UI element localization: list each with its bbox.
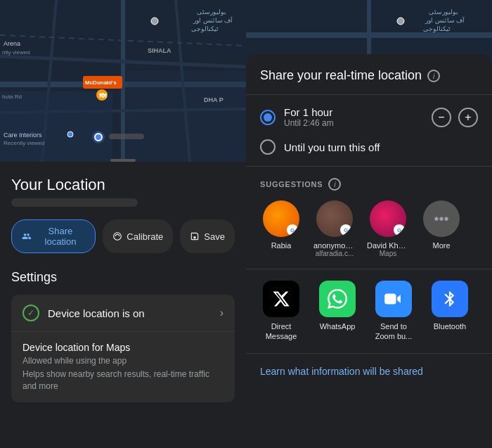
svg-point-23: [67, 132, 73, 137]
settings-title: Settings: [11, 270, 235, 285]
svg-rect-8: [0, 91, 112, 162]
app-name-direct-message: DirectMessage: [266, 321, 297, 342]
duration-label-manual: Until you turn this off: [284, 141, 478, 153]
svg-text:آف سائنس اور: آف سائنس اور: [193, 16, 233, 25]
radio-inner-1hour: [264, 113, 272, 122]
svg-point-35: [397, 18, 404, 25]
info-icon[interactable]: i: [427, 70, 440, 82]
app-bluetooth[interactable]: Bluetooth: [429, 281, 471, 342]
share-button-label: Share location: [36, 226, 86, 247]
save-button[interactable]: Save: [180, 219, 235, 253]
svg-text:ٹیکنالوجی: ٹیکنالوجی: [423, 25, 451, 33]
avatar-rabia: G: [263, 200, 299, 237]
learn-more-link[interactable]: Learn what information will be shared: [260, 366, 423, 377]
suggestion-more[interactable]: ••• More: [420, 200, 462, 257]
suggestion-name-rabia: Rabia: [271, 241, 292, 250]
apps-grid: DirectMessage WhatsApp: [260, 281, 478, 342]
calibrate-button-label: Calibrate: [127, 231, 163, 242]
chevron-right-icon: ›: [220, 307, 224, 319]
share-location-button[interactable]: Share location: [11, 219, 96, 253]
share-sheet-header: Share your real-time location i: [246, 68, 492, 95]
app-zoom[interactable]: Send toZoom bu...: [373, 281, 415, 342]
app-icon-x: [263, 281, 299, 317]
avatar-anonymous: G: [316, 200, 353, 237]
avatar-more: •••: [423, 200, 460, 237]
suggestions-info-icon[interactable]: i: [328, 178, 341, 191]
duration-controls: − +: [432, 108, 478, 127]
calibrate-icon: [112, 231, 122, 241]
google-dot-rabia: G: [287, 224, 298, 236]
duration-option-manual[interactable]: Until you turn this off: [260, 139, 478, 155]
increase-duration-button[interactable]: +: [458, 108, 478, 127]
suggestions-grid: G Rabia G anonymous... alfaradia.c...: [260, 200, 478, 257]
svg-text:بولیورسٹی: بولیورسٹی: [429, 8, 458, 16]
svg-text:ٹیکنالوجی: ٹیکنالوجی: [191, 25, 219, 33]
share-icon: [22, 231, 32, 242]
google-dot-anonymous: G: [340, 224, 351, 236]
app-icon-zoom: [375, 281, 412, 317]
more-dots-icon: •••: [423, 200, 460, 237]
settings-card-body: Helps show nearby search results, real-t…: [22, 369, 224, 392]
suggestion-anonymous[interactable]: G anonymous... alfaradia.c...: [313, 200, 356, 257]
map-area: بولیورسٹی آف سائنس اور ٹیکنالوجی SIHALA …: [0, 0, 246, 162]
drag-handle[interactable]: [110, 159, 136, 162]
app-name-whatsapp: WhatsApp: [320, 321, 356, 331]
radio-1hour[interactable]: [260, 110, 276, 125]
app-name-bluetooth: Bluetooth: [434, 321, 466, 331]
svg-text:ntly viewed: ntly viewed: [2, 49, 30, 56]
suggestion-name-anonymous: anonymous...: [313, 241, 356, 250]
svg-text:huta Rd: huta Rd: [2, 94, 22, 100]
settings-card-title: Device location for Maps: [22, 342, 224, 353]
save-icon: [190, 231, 200, 241]
zoom-logo: [384, 289, 403, 309]
app-whatsapp[interactable]: WhatsApp: [316, 281, 358, 342]
svg-text:🍽: 🍽: [99, 91, 107, 99]
duration-info-manual: Until you turn this off: [284, 141, 478, 153]
svg-text:SIHALA: SIHALA: [148, 47, 171, 54]
duration-options: For 1 hour Until 2:46 am − + Until you t…: [246, 95, 492, 167]
calibrate-button[interactable]: Calibrate: [103, 219, 173, 253]
svg-text:بولیورسٹی: بولیورسٹی: [197, 8, 226, 16]
svg-text:Care Interiors: Care Interiors: [4, 132, 42, 139]
suggestions-header: SUGGESTIONS i: [260, 178, 478, 191]
svg-rect-9: [127, 70, 246, 162]
page-title: Your Location: [11, 176, 235, 194]
duration-sublabel-1hour: Until 2:46 am: [284, 118, 423, 128]
svg-text:Arena: Arena: [4, 40, 20, 47]
settings-card-subtitle: Allowed while using the app: [22, 356, 224, 366]
svg-point-28: [151, 18, 158, 25]
svg-text:McDonald's: McDonald's: [85, 79, 117, 86]
svg-text:Recently viewed: Recently viewed: [4, 140, 44, 146]
settings-card: ✓ Device location is on › Device locatio…: [11, 295, 235, 402]
action-buttons: Share location Calibrate Save: [11, 219, 235, 253]
suggestion-david[interactable]: G David Khoa... Maps: [367, 200, 409, 257]
device-location-icon: ✓: [22, 305, 39, 321]
share-sheet-title-text: Share your real-time location: [260, 68, 422, 83]
radio-manual[interactable]: [260, 139, 276, 155]
device-location-item[interactable]: ✓ Device location is on ›: [11, 295, 235, 332]
app-direct-message[interactable]: DirectMessage: [260, 281, 302, 342]
share-sheet: Share your real-time location i For 1 ho…: [246, 54, 492, 448]
google-dot-david: G: [394, 224, 405, 236]
duration-label-1hour: For 1 hour: [284, 106, 423, 118]
x-logo: [272, 290, 290, 308]
app-icon-whatsapp: [319, 281, 356, 317]
svg-text:DHA P: DHA P: [204, 96, 224, 103]
suggestion-rabia[interactable]: G Rabia: [260, 200, 302, 257]
suggestion-email-anonymous: alfaradia.c...: [316, 250, 354, 257]
decrease-duration-button[interactable]: −: [432, 108, 451, 127]
suggestions-label: SUGGESTIONS: [260, 180, 323, 188]
whatsapp-logo: [328, 289, 347, 309]
location-address: [11, 198, 138, 207]
app-name-zoom: Send toZoom bu...: [375, 321, 413, 342]
device-location-label: Device location is on: [48, 307, 220, 319]
bluetooth-logo: [441, 290, 459, 308]
learn-more-section: Learn what information will be shared: [246, 354, 492, 389]
suggestion-name-david: David Khoa...: [367, 241, 409, 250]
duration-option-1hour[interactable]: For 1 hour Until 2:46 am − +: [260, 106, 478, 128]
duration-info-1hour: For 1 hour Until 2:46 am: [284, 106, 423, 128]
right-panel: بولیورسٹی آف سائنس اور ٹیکنالوجی Share y…: [246, 0, 492, 448]
bottom-content: Your Location Share location Calibrate S…: [0, 162, 246, 448]
left-panel: بولیورسٹی آف سائنس اور ٹیکنالوجی SIHALA …: [0, 0, 246, 448]
svg-point-26: [95, 134, 102, 141]
